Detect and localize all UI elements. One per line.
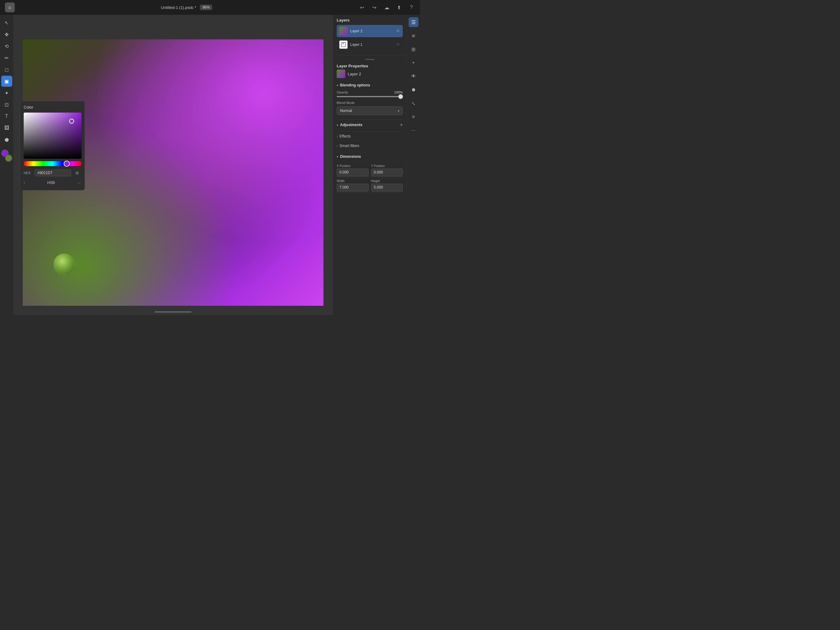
document-title: Untitled-1 (1).psdc * [161, 5, 196, 10]
x-position-label: X Position [337, 164, 369, 168]
layer1-no-image-icon [341, 42, 346, 47]
dimensions-section-header[interactable]: ▾ Dimensions [337, 152, 403, 161]
layer-properties-layer-row: Layer 2 [337, 70, 403, 78]
layers-icon: ☰ [411, 19, 416, 25]
more-options-button[interactable]: ··· [409, 125, 418, 135]
fx-button[interactable]: ≡ [409, 112, 418, 122]
zoom-level[interactable]: 96% [200, 5, 212, 10]
color-picker-title: Color [24, 105, 81, 109]
hue-slider[interactable] [24, 161, 82, 166]
horizontal-scrollbar[interactable] [155, 311, 191, 313]
right-icon-bar: ☰ ≋ ⊞ + 👁 ⏺ ⤡ ≡ ··· [406, 15, 420, 315]
undo-button[interactable]: ↩ [358, 4, 366, 11]
x-position-value[interactable]: 0.000 [337, 169, 369, 176]
effects-chevron-icon: › [337, 135, 338, 138]
blend-mode-dropdown[interactable]: Normal ▾ [337, 106, 403, 115]
effects-title: Effects [339, 134, 351, 138]
x-position-underline [337, 177, 369, 177]
y-position-field: Y Position 0.000 [371, 164, 403, 177]
layer1-thumbnail [339, 40, 348, 49]
opacity-slider[interactable] [337, 96, 403, 97]
smart-filters-title: Smart filters [339, 144, 359, 148]
text-tool[interactable]: T [1, 111, 12, 122]
width-field: Width 7.000 [337, 179, 369, 192]
visibility-toggle[interactable]: 👁 [409, 71, 418, 81]
brush-tool[interactable]: ✏ [1, 52, 12, 63]
layer1-visibility-button[interactable]: 👁 [396, 42, 400, 47]
add-layer-button[interactable]: + [409, 58, 418, 68]
crop-tool[interactable]: ⊡ [1, 99, 12, 110]
eyedropper-button[interactable]: ⊘ [74, 169, 81, 177]
blending-options-content: Opacity 100% Blend Mode Normal ▾ [337, 90, 403, 115]
hsb-chevron-icon: › [24, 180, 25, 185]
lasso-tool[interactable]: ⟲ [1, 41, 12, 52]
move-tool[interactable]: ✥ [1, 29, 12, 40]
cloud-sync-button[interactable]: ☁ [383, 4, 390, 11]
smart-filters-chevron-icon: › [337, 144, 338, 148]
main-layout: ↖ ✥ ⟲ ✏ ◻ ▣ ✦ ⊡ T 🖼 ⬟ [0, 15, 420, 315]
transform-icon: ⤡ [411, 101, 415, 106]
blend-mode-value: Normal [340, 109, 352, 113]
transform-button[interactable]: ⤡ [409, 98, 418, 108]
share-button[interactable]: ⬆ [395, 4, 403, 11]
blend-mode-label: Blend Mode [337, 101, 403, 104]
background-color-swatch[interactable] [5, 154, 12, 162]
crop-icon: ⊡ [5, 102, 9, 108]
layer-item-layer1[interactable]: Layer 1 👁 [337, 38, 403, 51]
adjustments-chevron-icon: ▾ [337, 123, 338, 127]
layers-panel-title: Layers [337, 18, 403, 22]
y-position-value[interactable]: 0.000 [371, 169, 403, 176]
home-button[interactable]: ⌂ [5, 2, 15, 12]
layer-item-layer2[interactable]: Layer 2 👁 [337, 25, 403, 37]
blending-options-section-header[interactable]: ▾ Blending options [337, 83, 403, 87]
record-button[interactable]: ⏺ [409, 85, 418, 95]
picker-cursor [69, 119, 74, 123]
dimensions-grid: X Position 0.000 Y Position 0.000 Width … [337, 164, 403, 192]
height-value[interactable]: 5.000 [371, 184, 403, 191]
adjustments-title[interactable]: Adjustments [340, 123, 363, 127]
adjustments-section-header: ▾ Adjustments + [337, 119, 403, 130]
layer-properties-panel: Layer Properties Layer 2 ▾ Blending opti… [333, 55, 406, 315]
green-circle-element [54, 253, 75, 275]
y-position-label: Y Position [371, 164, 403, 168]
help-button[interactable]: ? [408, 4, 415, 11]
lasso-icon: ⟲ [5, 43, 9, 49]
right-panel: Layers Layer 2 👁 Layer 1 👁 Layer Propert… [333, 15, 406, 315]
layer2-name: Layer 2 [350, 29, 393, 33]
layers-panel-toggle[interactable]: ☰ [409, 17, 418, 27]
hex-label: HEX [24, 171, 32, 175]
filter-icon: ⊞ [411, 46, 415, 52]
layer2-visibility-button[interactable]: 👁 [396, 28, 400, 33]
color-swatches[interactable] [1, 149, 12, 162]
color-saturation-brightness-picker[interactable] [24, 112, 82, 159]
dimensions-chevron-icon: ▾ [337, 155, 338, 158]
hex-input[interactable]: #9021D7 [35, 169, 71, 176]
add-adjustment-button[interactable]: + [400, 122, 403, 128]
home-icon: ⌂ [8, 5, 11, 10]
opacity-label: Opacity [337, 90, 348, 94]
effects-section-header[interactable]: › Effects [337, 131, 403, 141]
filter-panel-toggle[interactable]: ⊞ [409, 44, 418, 54]
height-label: Height [371, 179, 403, 183]
topbar: ⌂ Untitled-1 (1).psdc * 96% ↩ ↪ ☁ ⬆ ? [0, 0, 420, 15]
opacity-slider-thumb[interactable] [398, 94, 403, 99]
eye-icon: 👁 [411, 73, 416, 79]
eraser-tool[interactable]: ◻ [1, 64, 12, 75]
layer1-name: Layer 1 [350, 43, 393, 47]
width-value[interactable]: 7.000 [337, 184, 369, 191]
eyedropper-tool[interactable]: ✦ [1, 87, 12, 98]
eraser-icon: ◻ [5, 67, 9, 73]
adjustments-icon: ≋ [411, 33, 415, 39]
canvas-area[interactable]: Color HEX #9021D7 ⊘ › HSB ··· [14, 15, 333, 315]
hsb-label[interactable]: HSB [47, 180, 55, 185]
select-tool[interactable]: ↖ [1, 17, 12, 28]
rectangle-tool[interactable]: ▣ [1, 76, 12, 87]
hsb-options-button[interactable]: ··· [77, 180, 81, 185]
heal-tool[interactable]: ⬟ [1, 134, 12, 145]
adjustments-panel-toggle[interactable]: ≋ [409, 31, 418, 41]
height-field: Height 5.000 [371, 179, 403, 192]
smart-filters-section-header[interactable]: › Smart filters [337, 141, 403, 150]
image-tool[interactable]: 🖼 [1, 122, 12, 133]
redo-button[interactable]: ↪ [371, 4, 378, 11]
layer2-thumbnail [339, 27, 348, 35]
